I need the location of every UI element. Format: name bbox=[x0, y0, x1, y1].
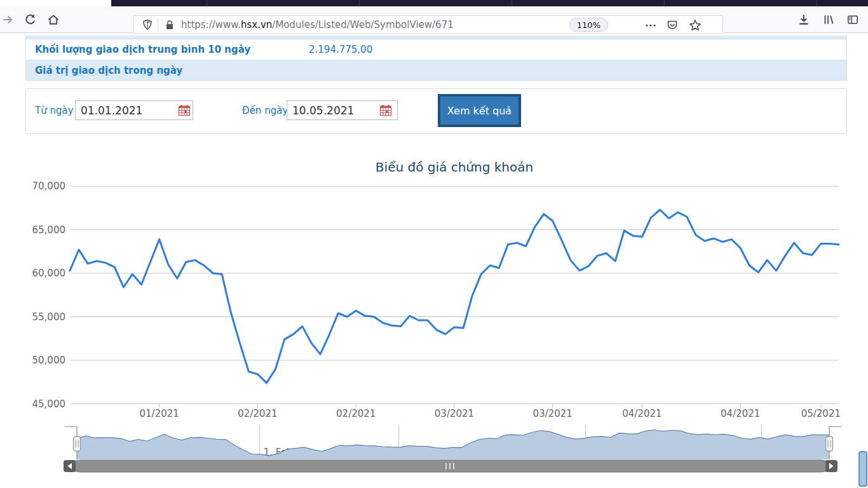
x-axis-label: 03/2021 bbox=[533, 408, 573, 419]
y-axis-label: 65,000 bbox=[32, 224, 66, 236]
lock-icon[interactable] bbox=[164, 19, 175, 30]
downloads-icon[interactable] bbox=[797, 13, 810, 26]
date-filter-panel: Từ ngày Đến ngày Xem kết quả bbox=[25, 88, 847, 134]
tab-separator bbox=[359, 0, 360, 6]
bookmark-star-icon[interactable] bbox=[688, 18, 702, 32]
to-date-label: Đến ngày bbox=[242, 105, 288, 116]
url-bar[interactable]: https://www.hsx.vn/Modules/Listed/Web/Sy… bbox=[133, 15, 723, 34]
from-date-label: Từ ngày bbox=[35, 105, 74, 116]
tab-separator bbox=[512, 0, 512, 6]
tab-separator bbox=[207, 0, 207, 6]
y-axis-label: 70,000 bbox=[32, 180, 66, 192]
x-axis-label: 03/2021 bbox=[435, 408, 474, 419]
home-icon[interactable] bbox=[47, 13, 60, 26]
x-axis-label: 04/2021 bbox=[622, 408, 661, 419]
pocket-icon[interactable] bbox=[665, 18, 679, 32]
x-axis-label: 01/2021 bbox=[140, 408, 179, 419]
scrollbar-left-arrow[interactable] bbox=[64, 460, 76, 472]
from-date-calendar-icon[interactable] bbox=[179, 105, 190, 116]
url-prefix: https://www. bbox=[181, 19, 241, 30]
page-actions-dots-icon[interactable] bbox=[644, 18, 658, 32]
to-date-calendar-icon[interactable] bbox=[380, 105, 391, 116]
tracking-protection-shield-icon[interactable] bbox=[142, 19, 153, 30]
y-axis-label: 60,000 bbox=[32, 268, 66, 279]
x-axis-label: 05/2021 bbox=[801, 408, 841, 419]
from-date-input[interactable] bbox=[75, 100, 193, 120]
price-series-line bbox=[70, 210, 839, 383]
url-path: /Modules/Listed/Web/SymbolView/671 bbox=[272, 19, 453, 30]
sidebar-toggle-icon[interactable] bbox=[846, 13, 859, 26]
zoom-level-badge[interactable]: 110% bbox=[569, 18, 608, 32]
navigator-handle-left[interactable] bbox=[74, 437, 81, 451]
navigator-handle-right[interactable] bbox=[826, 437, 833, 451]
browser-toolbar: https://www.hsx.vn/Modules/Listed/Web/Sy… bbox=[0, 6, 868, 33]
view-results-button[interactable]: Xem kết quả bbox=[438, 94, 521, 127]
library-icon[interactable] bbox=[822, 13, 835, 26]
chart-title: Biểu đồ giá chứng khoán bbox=[70, 159, 839, 175]
forward-icon[interactable] bbox=[1, 13, 14, 26]
chart-canvas: 70,00065,00060,00055,00050,00045,00001/2… bbox=[0, 152, 868, 488]
row-label: Khối lượng giao dịch trung bình 10 ngày bbox=[35, 39, 250, 60]
reload-icon[interactable] bbox=[24, 13, 37, 26]
tab-separator bbox=[817, 0, 817, 6]
x-axis-label: 04/2021 bbox=[721, 408, 760, 419]
table-row-avg-volume: Khối lượng giao dịch trung bình 10 ngày … bbox=[26, 39, 846, 60]
y-axis-label: 45,000 bbox=[32, 398, 66, 410]
x-axis-label: 02/2021 bbox=[336, 408, 376, 419]
y-axis-label: 55,000 bbox=[32, 311, 66, 323]
url-text[interactable]: https://www.hsx.vn/Modules/Listed/Web/Sy… bbox=[181, 19, 454, 30]
scrollbar-right-arrow[interactable] bbox=[825, 460, 837, 472]
table-row-day-value: Giá trị giao dịch trong ngày bbox=[26, 60, 846, 80]
row-value: 2.194.775,00 bbox=[309, 39, 372, 60]
x-axis-label: 02/2021 bbox=[238, 408, 277, 419]
browser-tab-strip bbox=[0, 0, 868, 6]
symbol-info-table: Khối lượng giao dịch trung bình 10 ngày … bbox=[25, 36, 847, 81]
url-domain: hsx.vn bbox=[241, 19, 272, 30]
page-scrollbar-thumb[interactable] bbox=[858, 451, 867, 487]
stock-price-chart: Biểu đồ giá chứng khoán 70,00065,00060,0… bbox=[0, 152, 868, 488]
tab-strip-background bbox=[111, 0, 868, 6]
tab-separator bbox=[664, 0, 665, 6]
row-label: Giá trị giao dịch trong ngày bbox=[35, 60, 182, 81]
y-axis-label: 50,000 bbox=[32, 355, 66, 366]
urlbar-separator bbox=[158, 18, 158, 32]
